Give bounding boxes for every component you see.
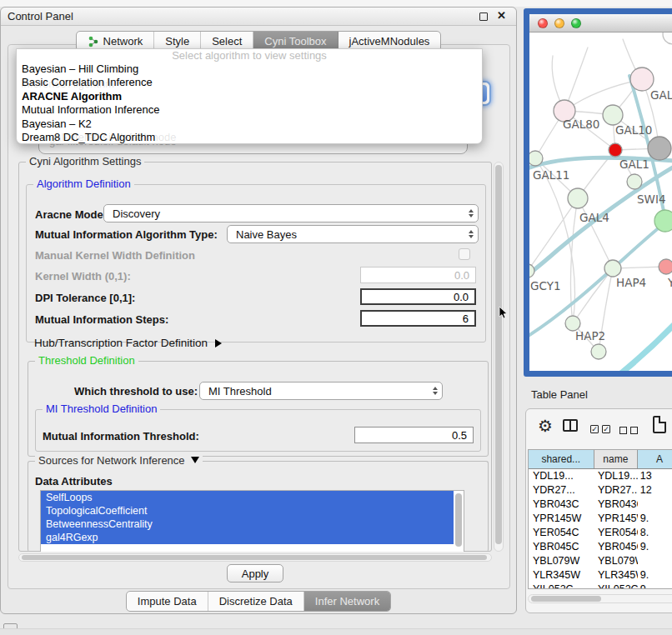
list-item[interactable]: TopologicalCoefficient xyxy=(41,504,454,518)
table-row[interactable]: YLR345W YLR345W 9. xyxy=(529,568,672,582)
column-header[interactable]: A xyxy=(638,450,672,468)
bottom-tab-bar: Impute Data Discretize Data Infer Networ… xyxy=(1,591,516,612)
network-node-HAP4[interactable] xyxy=(604,260,621,277)
kernel-width-field[interactable]: 0.0 xyxy=(360,267,476,283)
network-node-label: GAL80 xyxy=(563,118,599,131)
table-panel-title: Table Panel xyxy=(531,388,588,401)
network-node-GAL1[interactable] xyxy=(609,143,622,157)
column-header[interactable]: name xyxy=(594,450,638,468)
stepper-icon xyxy=(469,209,474,218)
network-node-SWI4[interactable] xyxy=(627,174,642,189)
stepper-icon xyxy=(469,230,474,238)
table-row[interactable]: YER054C YER054C 8. xyxy=(529,525,672,539)
mi-threshold-label: Mutual Information Threshold: xyxy=(43,430,199,442)
tab[interactable]: Discretize Data xyxy=(208,592,304,611)
mi-threshold-group-title: MI Threshold Definition xyxy=(43,402,160,415)
tab-label: jActiveMNodules xyxy=(349,35,430,48)
minimize-traffic-light-icon[interactable] xyxy=(554,18,564,28)
algorithm-dropdown-item[interactable]: Bayesian – Hill Climbing xyxy=(17,62,482,76)
page-icon[interactable] xyxy=(653,416,666,433)
algorithm-dropdown-item[interactable]: Bayesian – K2 xyxy=(17,118,482,131)
mouse-cursor xyxy=(499,307,509,320)
checked-boxes-icon[interactable]: ✓✓ xyxy=(590,425,610,433)
network-node-GAL10[interactable] xyxy=(603,105,623,125)
mi-steps-field[interactable]: 6 xyxy=(360,310,476,327)
network-edge[interactable] xyxy=(609,301,672,371)
network-node-GAL[interactable] xyxy=(630,68,654,91)
manual-kernel-label: Manual Kernel Width Definition xyxy=(35,249,195,262)
algorithm-definition-group: Algorithm Definition Aracne Mode: Discov… xyxy=(26,184,486,342)
settings-vertical-scrollbar[interactable] xyxy=(494,162,504,552)
network-node[interactable] xyxy=(663,32,672,44)
columns-icon[interactable] xyxy=(563,419,578,432)
data-attributes-list[interactable]: SelfLoops TopologicalCoefficient Between… xyxy=(40,490,464,552)
network-icon xyxy=(88,36,99,48)
tab-label: Cyni Toolbox xyxy=(264,35,326,48)
which-threshold-combo[interactable]: MI Threshold xyxy=(199,382,443,400)
control-panel-titlebar[interactable]: Control Panel ✕ xyxy=(1,8,516,26)
which-threshold-label: Which threshold to use: xyxy=(74,385,198,398)
network-node-GAL11[interactable] xyxy=(529,151,543,166)
which-threshold-value: MI Threshold xyxy=(208,385,272,398)
column-header[interactable]: shared... xyxy=(529,450,594,468)
table-row[interactable]: YBR043C YBR043C xyxy=(529,497,672,511)
bottom-strip xyxy=(0,628,672,635)
network-node-GCY1[interactable] xyxy=(529,264,534,278)
tab-label: Select xyxy=(212,35,242,48)
gear-icon[interactable]: ⚙ xyxy=(538,416,553,436)
mi-type-value: Naive Bayes xyxy=(236,228,297,241)
mi-threshold-field[interactable]: 0.5 xyxy=(354,427,474,443)
algorithm-dropdown-item[interactable]: Dream8 DC_TDC Algorithm xyxy=(17,131,482,144)
mi-type-label: Mutual Information Algorithm Type: xyxy=(35,228,218,241)
list-item[interactable]: SelfLoops xyxy=(41,491,454,504)
close-traffic-light-icon[interactable] xyxy=(538,18,548,28)
table-row[interactable]: YIL052C YIL052C 9 xyxy=(529,582,672,589)
network-node[interactable] xyxy=(591,344,606,359)
top-strip xyxy=(0,0,672,7)
list-scrollbar-thumb[interactable] xyxy=(455,493,462,547)
network-window-titlebar[interactable] xyxy=(529,14,672,32)
algorithm-dropdown-item[interactable]: Basic Correlation Inference xyxy=(17,76,482,89)
sources-title[interactable]: Sources for Network Inference xyxy=(35,454,203,467)
network-node-GAL4[interactable] xyxy=(568,188,588,208)
table-row[interactable]: YBR045C YBR045C 9. xyxy=(529,539,672,553)
control-panel-title: Control Panel xyxy=(8,10,73,22)
float-window-icon[interactable] xyxy=(479,12,488,21)
table-row[interactable]: YPR145W YPR145W 9. xyxy=(529,511,672,525)
network-node-Y[interactable] xyxy=(659,259,672,274)
aracne-mode-label: Aracne Mode: xyxy=(35,208,107,221)
dpi-tolerance-field[interactable]: 0.0 xyxy=(360,288,476,305)
network-edge[interactable] xyxy=(573,268,613,323)
list-item[interactable]: gal4RGexp xyxy=(41,531,454,544)
zoom-traffic-light-icon[interactable] xyxy=(571,18,581,28)
dpi-tolerance-value: 0.0 xyxy=(454,291,469,303)
tab[interactable]: Impute Data xyxy=(127,592,208,611)
list-item[interactable]: BetweennessCentrality xyxy=(41,518,454,531)
cyni-algorithm-settings-group: Cyni Algorithm Settings Algorithm Defini… xyxy=(18,162,492,552)
algorithm-dropdown-item[interactable]: ARACNE Algorithm xyxy=(17,90,482,103)
tab[interactable]: Infer Network xyxy=(304,592,390,611)
unchecked-boxes-icon[interactable] xyxy=(619,427,638,434)
table-row[interactable]: YDL19... YDL19... 13 xyxy=(529,468,672,482)
table-horizontal-scrollbar[interactable] xyxy=(528,594,672,603)
close-icon[interactable]: ✕ xyxy=(497,9,506,22)
network-canvas[interactable]: GALGAL80GAL10GAL1GAL11SWI4GAL4GCY1HAP4YH… xyxy=(529,32,672,371)
settings-horizontal-scrollbar[interactable] xyxy=(18,553,492,562)
algorithm-dropdown-item[interactable]: Mutual Information Inference xyxy=(17,103,482,117)
hub-definition-label: Hub/Transcription Factor Definition xyxy=(34,337,208,349)
table-row[interactable]: YBL079W YBL079W xyxy=(529,553,672,568)
network-node-label: HAP4 xyxy=(616,276,646,289)
mi-type-combo[interactable]: Naive Bayes xyxy=(227,225,479,243)
network-node[interactable] xyxy=(648,137,671,160)
hub-definition-expander[interactable]: Hub/Transcription Factor Definition xyxy=(34,337,222,349)
manual-kernel-checkbox[interactable] xyxy=(459,248,470,260)
network-node[interactable] xyxy=(654,210,672,232)
mi-steps-label: Mutual Information Steps: xyxy=(35,313,168,326)
table-row[interactable]: YDR27... YDR27... 12 xyxy=(529,482,672,497)
network-edge[interactable] xyxy=(529,198,578,271)
aracne-mode-combo[interactable]: Discovery xyxy=(103,204,479,222)
table-header-row: shared... name A xyxy=(529,450,672,468)
stepper-icon xyxy=(433,387,438,395)
apply-button[interactable]: Apply xyxy=(227,564,283,582)
algorithm-dropdown-items: Bayesian – Hill Climbing Basic Correlati… xyxy=(17,62,482,144)
